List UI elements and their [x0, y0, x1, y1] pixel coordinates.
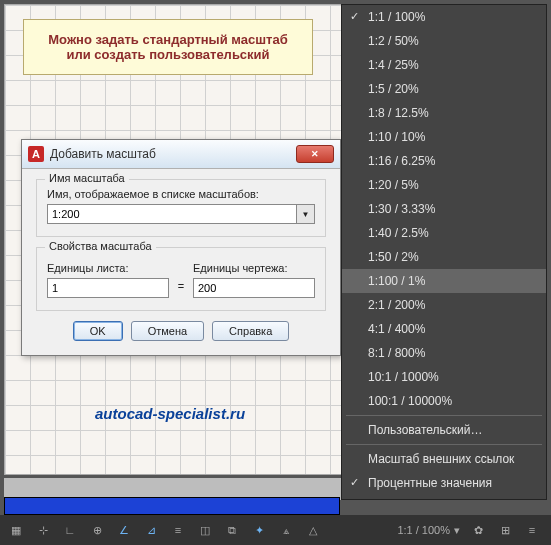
menu-item[interactable]: Масштаб внешних ссылок — [342, 447, 546, 471]
props-group: Свойства масштаба Единицы листа: = Едини… — [36, 247, 326, 311]
scale-value: 1:1 / 100% — [397, 524, 450, 536]
menu-separator — [346, 415, 542, 416]
menu-item[interactable]: 1:1 / 100% — [342, 5, 546, 29]
menu-item[interactable]: Пользовательский… — [342, 418, 546, 442]
scale-context-menu: 1:1 / 100%1:2 / 50%1:4 / 25%1:5 / 20%1:8… — [341, 4, 547, 500]
lineweight-icon[interactable]: ≡ — [166, 518, 190, 542]
paper-units-input[interactable] — [47, 278, 169, 298]
dialog-titlebar[interactable]: A Добавить масштаб ✕ — [22, 140, 340, 169]
status-bar: ▦ ⊹ ∟ ⊕ ∠ ⊿ ≡ ◫ ⧉ ✦ ⟁ △ 1:1 / 100% ▾ ✿ ⊞… — [0, 515, 551, 545]
menu-item[interactable]: 4:1 / 400% — [342, 317, 546, 341]
cancel-button[interactable]: Отмена — [131, 321, 204, 341]
menu-item[interactable]: 10:1 / 1000% — [342, 365, 546, 389]
equals-label: = — [175, 280, 187, 298]
menu-icon[interactable]: ≡ — [520, 518, 544, 542]
menu-item[interactable]: 1:2 / 50% — [342, 29, 546, 53]
menu-item[interactable]: 1:100 / 1% — [342, 269, 546, 293]
dyn-input-icon[interactable]: ✦ — [247, 518, 271, 542]
name-field-label: Имя, отображаемое в списке масштабов: — [47, 188, 315, 200]
menu-item[interactable]: 8:1 / 800% — [342, 341, 546, 365]
osnap-icon[interactable]: ∠ — [112, 518, 136, 542]
scale-name-input[interactable] — [47, 204, 297, 224]
cycle-icon[interactable]: ⧉ — [220, 518, 244, 542]
constraint-icon[interactable]: △ — [301, 518, 325, 542]
polar-icon[interactable]: ⊕ — [85, 518, 109, 542]
tree-icon[interactable]: ⊞ — [493, 518, 517, 542]
menu-item[interactable]: 1:16 / 6.25% — [342, 149, 546, 173]
callout-text: Можно задать стандартный масштаб или соз… — [48, 32, 287, 62]
gear-icon[interactable]: ✿ — [466, 518, 490, 542]
menu-item[interactable]: 100:1 / 10000% — [342, 389, 546, 413]
watermark-credit: autocad-specialist.ru — [95, 405, 245, 422]
menu-item[interactable]: 1:10 / 10% — [342, 125, 546, 149]
menu-item[interactable]: Процентные значения — [342, 471, 546, 495]
scale-display[interactable]: 1:1 / 100% ▾ — [391, 524, 466, 537]
drawing-units-input[interactable] — [193, 278, 315, 298]
menu-separator — [346, 444, 542, 445]
name-group: Имя масштаба Имя, отображаемое в списке … — [36, 179, 326, 237]
ortho-icon[interactable]: ∟ — [58, 518, 82, 542]
scale-name-dropdown[interactable]: ▼ — [297, 204, 315, 224]
paper-units-label: Единицы листа: — [47, 262, 169, 274]
menu-item[interactable]: 1:8 / 12.5% — [342, 101, 546, 125]
otrack-icon[interactable]: ⊿ — [139, 518, 163, 542]
menu-item[interactable]: 1:5 / 20% — [342, 77, 546, 101]
menu-item[interactable]: 1:40 / 2.5% — [342, 221, 546, 245]
menu-item[interactable]: 2:1 / 200% — [342, 293, 546, 317]
app-icon: A — [28, 146, 44, 162]
help-button[interactable]: Справка — [212, 321, 289, 341]
add-scale-dialog: A Добавить масштаб ✕ Имя масштаба Имя, о… — [21, 139, 341, 356]
close-button[interactable]: ✕ — [296, 145, 334, 163]
blue-strip — [4, 497, 340, 515]
grid-icon[interactable]: ▦ — [4, 518, 28, 542]
menu-item[interactable]: 1:30 / 3.33% — [342, 197, 546, 221]
dialog-title: Добавить масштаб — [50, 147, 296, 161]
chevron-down-icon: ▾ — [454, 524, 460, 537]
gizmo-icon[interactable]: ⟁ — [274, 518, 298, 542]
ok-button[interactable]: OK — [73, 321, 123, 341]
props-group-label: Свойства масштаба — [45, 240, 156, 252]
transparency-icon[interactable]: ◫ — [193, 518, 217, 542]
name-group-label: Имя масштаба — [45, 172, 129, 184]
menu-item[interactable]: 1:4 / 25% — [342, 53, 546, 77]
callout-box: Можно задать стандартный масштаб или соз… — [23, 19, 313, 75]
menu-item[interactable]: 1:20 / 5% — [342, 173, 546, 197]
drawing-units-label: Единицы чертежа: — [193, 262, 315, 274]
snap-icon[interactable]: ⊹ — [31, 518, 55, 542]
menu-item[interactable]: 1:50 / 2% — [342, 245, 546, 269]
